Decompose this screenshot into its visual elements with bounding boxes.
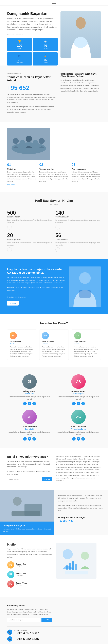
svg-rect-15 [24, 504, 42, 516]
twitter-icon-0[interactable]: 🐦 [32, 402, 36, 405]
facebook-icon-3[interactable]: f [72, 437, 76, 440]
testimonial-name-1: Nick Jhonson [42, 341, 66, 343]
num-arrow-2[interactable]: → [7, 248, 12, 252]
imgtext-right-text1: Her iyer her şeyle birlikte yapabiliriz.… [58, 494, 104, 502]
bestco-right-text: Her iyer her şeyle birlikte yapabiliriz.… [56, 455, 101, 482]
instagram-icon-1[interactable]: in [77, 402, 80, 405]
num-desc-2: Lorem ipsum dolor sit amet consectetur. … [7, 242, 53, 246]
team-text-1: Ara sed odio morbi quis commodo. Volutpa… [56, 396, 101, 400]
numbers-grid: 500 Sadık müşteriler Lorem ipsum dolor s… [7, 210, 101, 252]
blue-box-title: Dilediğiniz Biri Değil mi? [3, 524, 51, 527]
team-name-1: Anne Richmond [56, 390, 101, 392]
three-col-2: 03 Yeni malzemeler Enim ve minimum dusan… [72, 163, 101, 182]
cta-right [69, 266, 101, 307]
twitter-icon-2[interactable]: 🐦 [32, 437, 36, 440]
testimonial-avatar-1: NJ [42, 332, 49, 339]
svg-point-17 [63, 549, 73, 559]
testimonial-2: OI Olga Ivanova Yapımcı Proin sed libero… [72, 330, 101, 360]
svg-point-3 [13, 138, 19, 144]
facebook-icon-0[interactable]: f [23, 402, 27, 405]
contact-link: Dilediğiniz Biri Bizi Arayın [58, 516, 104, 519]
team-social-2: f in 🐦 [7, 437, 52, 440]
stat-number-1: 40 [35, 44, 55, 48]
person-row-0: P1 Person One Designer [7, 561, 52, 568]
phone-info-2: + 912 5 252 3336 [14, 637, 39, 641]
hamburger-menu[interactable] [53, 2, 55, 4]
about-big-number: +95 652 [7, 84, 56, 92]
bestco-search-button[interactable]: ARAYIN [42, 477, 52, 481]
testimonial-1: NJ Nick Jhonson Tasarımcı Proin sed libe… [39, 330, 68, 360]
bestco-section: En İyi Şirketi mi Arıyorsunuz? Sed ut pe… [0, 448, 108, 490]
newsletter-email-input[interactable] [7, 618, 40, 622]
testimonial-avatar-0: SL [10, 332, 17, 339]
svg-point-9 [79, 272, 91, 284]
team-text-0: Ara sed odio morbi quis commodo. Volutpa… [7, 396, 52, 400]
cta-button[interactable]: Freepik [7, 301, 19, 306]
twitter-icon-1[interactable]: 🐦 [81, 402, 85, 405]
team-photo-2: JR [22, 410, 37, 424]
person-name-0: Person One [16, 563, 26, 565]
num-arrow-3[interactable]: → [55, 248, 60, 252]
hero-photo [60, 12, 101, 58]
stat-label-0: Projeler [9, 48, 30, 49]
person-row-1: P2 Person Two Developer [7, 571, 52, 578]
phone-info-1: Telefon (Sabit Hat) + 912 3 567 8987 [14, 630, 39, 635]
team-card-1: AR Anne Richmond Web Geliştirici Ara sed… [56, 374, 101, 405]
about-text1: Sed ut perspiciatis unde omnis iste natu… [7, 93, 56, 104]
bestco-search-input[interactable] [7, 477, 41, 481]
svg-rect-20 [66, 565, 68, 570]
contact-phone: +92 555 77 88 [58, 520, 104, 522]
hero-description: Sample text. Click to select the text bo… [7, 17, 57, 31]
hero-right [60, 12, 101, 58]
testimonial-role-0: Model [10, 343, 34, 345]
cta-text1: Ne luptetur adipiscing eu at arcu. Erat … [7, 276, 65, 284]
people-right [56, 543, 101, 590]
team-card-2: JR Jennie Roberts Satış Müdürü Ara sed o… [7, 410, 52, 440]
testimonial-role-1: Tasarımcı [42, 343, 66, 345]
num-arrow-0[interactable]: → [7, 225, 12, 230]
newsletter-title: Bültene kayıt olun [7, 604, 52, 607]
svg-point-5 [39, 138, 45, 144]
about-right-text: Bir şeyin yanlış olmak için çok ileri gi… [60, 79, 101, 92]
newsletter-subscribe-button[interactable]: KAYDOL [42, 618, 52, 622]
team-photo-3: AG [71, 410, 86, 424]
group-photo [7, 128, 51, 160]
testimonial-text-1: Proin sed libero enim sed faucibus turpi… [42, 346, 66, 358]
cta-section: Uygulama tasarım ortağınız olarak neden … [0, 259, 108, 314]
instagram-icon-2[interactable]: in [28, 437, 31, 440]
three-col-0: 01 Geliştirme Enim ve minimum dusandy, y… [7, 163, 36, 182]
testimonial-text-2: Proin sed libero enim sed faucibus turpi… [74, 346, 98, 358]
stat-icon-2: 👥 [9, 54, 30, 58]
svg-rect-10 [79, 290, 91, 298]
imgtext-right: Her iyer her şeyle birlikte yapabiliriz.… [54, 490, 108, 536]
num-arrow-1[interactable]: → [55, 225, 60, 230]
facebook-icon-2[interactable]: f [23, 437, 27, 440]
newsletter-left: Bültene kayıt olun En Nugtat ekit gratis… [7, 604, 52, 622]
newsletter-section: Bültene kayıt olun En Nugtat ekit gratis… [0, 597, 108, 644]
phone-section: 📞 Telefon (Sabit Hat) + 912 3 567 8987 📞… [7, 626, 101, 642]
svg-point-13 [13, 497, 22, 506]
three-columns: 01 Geliştirme Enim ve minimum dusandy, y… [7, 163, 101, 182]
stat-number-0: 100 [9, 44, 30, 48]
twitter-icon-3[interactable]: 🐦 [81, 437, 85, 440]
testimonial-0: SL Stella Larson Model Proin sed libero … [7, 330, 36, 360]
freepik-link[interactable]: Yen Freepik [7, 184, 15, 186]
team-role-3: Programlama Gururu [56, 428, 101, 430]
num-desc-0: Lorem ipsum dolor sit amet consectetur. … [7, 219, 53, 224]
facebook-icon-1[interactable]: f [72, 402, 76, 405]
stat-number-3: 76 [35, 58, 55, 62]
person-name-1: Person Two [16, 572, 26, 574]
team-text-3: Ara sed odio morbi quis commodo. Volutpa… [56, 431, 101, 436]
instagram-icon-3[interactable]: in [77, 437, 80, 440]
stat-number-2: 20 [9, 58, 30, 62]
person-info-1: Person Two Developer [16, 572, 26, 576]
person-role-1: Developer [16, 574, 26, 576]
instagram-icon-0[interactable]: in [28, 402, 31, 405]
team-name-2: Jennie Roberts [7, 426, 52, 428]
person-name-2: Person Three [16, 582, 27, 584]
team-social-0: f in 🐦 [7, 402, 52, 405]
people-title: Kişiler [7, 543, 52, 546]
about-right: Saatleri Boşa Harcamayı Durdurun ve Göre… [60, 73, 101, 115]
person-avatar-1: P2 [7, 571, 14, 578]
num-3: 56 [55, 232, 101, 238]
